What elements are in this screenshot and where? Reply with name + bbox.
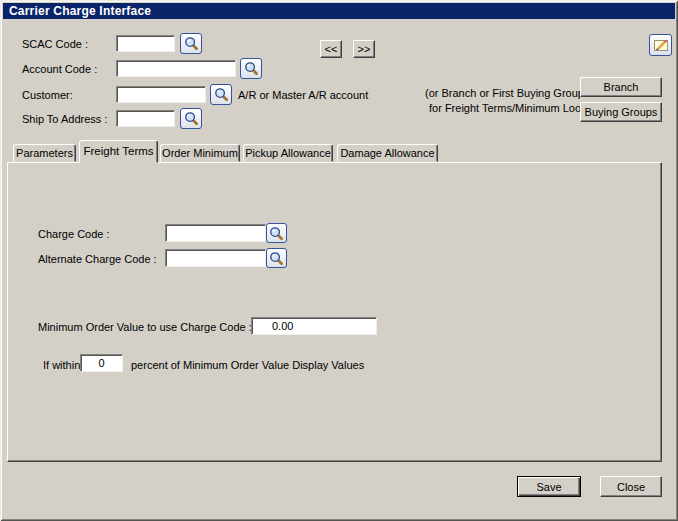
save-button[interactable]: Save bbox=[517, 476, 581, 497]
ship-to-address-input[interactable] bbox=[116, 110, 175, 127]
charge-code-lookup-button[interactable] bbox=[266, 223, 287, 243]
if-within-percent-input[interactable] bbox=[80, 354, 123, 372]
ship-to-address-label: Ship To Address : bbox=[22, 112, 107, 126]
alternate-charge-code-input[interactable] bbox=[165, 249, 266, 267]
tab-pickup-allowance[interactable]: Pickup Allowance bbox=[243, 144, 333, 162]
carrier-charge-interface-window: Carrier Charge Interface SCAC Code : Acc… bbox=[0, 0, 678, 521]
branch-button[interactable]: Branch bbox=[580, 77, 662, 97]
customer-input[interactable] bbox=[116, 86, 206, 103]
ship-to-address-lookup-button[interactable] bbox=[180, 108, 202, 129]
minimum-order-value-input[interactable] bbox=[251, 317, 377, 335]
customer-note: A/R or Master A/R account bbox=[238, 88, 368, 102]
customer-label: Customer: bbox=[22, 88, 73, 102]
alternate-charge-code-lookup-button[interactable] bbox=[266, 248, 287, 268]
tab-order-minimum[interactable]: Order Minimum bbox=[160, 144, 240, 162]
account-code-lookup-button[interactable] bbox=[240, 58, 262, 79]
edit-note-icon bbox=[653, 37, 669, 53]
title-bar: Carrier Charge Interface bbox=[3, 3, 675, 19]
edit-notes-button[interactable] bbox=[649, 34, 672, 56]
branch-note-line1: (or Branch or First Buying Group bbox=[425, 86, 584, 100]
freight-terms-panel bbox=[7, 162, 662, 462]
magnifier-icon bbox=[184, 36, 199, 51]
minimum-order-value-label: Minimum Order Value to use Charge Code : bbox=[38, 320, 252, 334]
magnifier-icon bbox=[244, 61, 259, 76]
magnifier-icon bbox=[184, 111, 199, 126]
account-code-label: Account Code : bbox=[22, 62, 97, 76]
scac-code-input[interactable] bbox=[116, 35, 175, 52]
previous-record-button[interactable]: << bbox=[320, 40, 342, 58]
magnifier-icon bbox=[269, 251, 284, 266]
tab-damage-allowance[interactable]: Damage Allowance bbox=[337, 144, 438, 162]
alternate-charge-code-label: Alternate Charge Code : bbox=[38, 252, 157, 266]
tab-parameters[interactable]: Parameters bbox=[13, 144, 76, 162]
customer-lookup-button[interactable] bbox=[210, 84, 232, 105]
magnifier-icon bbox=[269, 226, 284, 241]
buying-groups-button[interactable]: Buying Groups bbox=[580, 102, 662, 122]
scac-code-lookup-button[interactable] bbox=[180, 33, 202, 54]
next-record-button[interactable]: >> bbox=[353, 40, 375, 58]
magnifier-icon bbox=[214, 87, 229, 102]
tab-freight-terms[interactable]: Freight Terms bbox=[79, 140, 158, 163]
percent-of-minimum-label: percent of Minimum Order Value Display V… bbox=[131, 358, 364, 372]
charge-code-input[interactable] bbox=[165, 224, 266, 242]
window-title: Carrier Charge Interface bbox=[9, 4, 151, 18]
if-within-label: If within bbox=[43, 358, 80, 372]
close-button[interactable]: Close bbox=[600, 476, 662, 497]
account-code-input[interactable] bbox=[116, 60, 236, 77]
scac-code-label: SCAC Code : bbox=[22, 37, 88, 51]
charge-code-label: Charge Code : bbox=[38, 227, 110, 241]
